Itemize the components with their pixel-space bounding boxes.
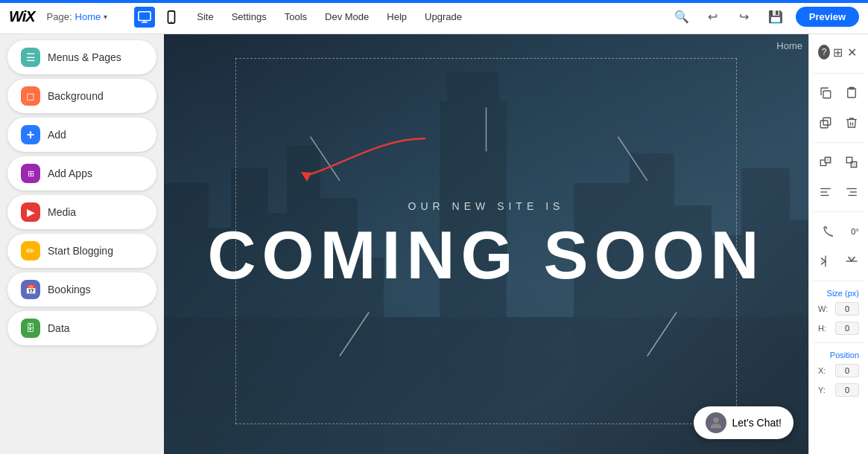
- sidebar-label-add: Add: [48, 129, 66, 141]
- rp-sep-2: [812, 142, 865, 143]
- x-label: X:: [818, 366, 826, 375]
- site-subtitle: OUR NEW SITE IS: [408, 200, 565, 212]
- media-icon: ▶: [21, 202, 40, 222]
- sidebar-label-media: Media: [48, 206, 76, 218]
- duplicate-icon[interactable]: [815, 112, 836, 133]
- svg-point-29: [713, 418, 718, 423]
- right-panel: ? ⊞ ✕: [808, 34, 868, 454]
- sidebar-item-menus-pages[interactable]: ☰ Menus & Pages: [7, 40, 156, 74]
- grid-icon[interactable]: ⊞: [830, 43, 844, 61]
- rp-align-row: [812, 179, 865, 205]
- height-label: H:: [818, 324, 826, 333]
- sidebar-item-data[interactable]: 🗄 Data: [7, 311, 156, 345]
- y-label: Y:: [818, 386, 826, 394]
- rp-sep-4: [812, 281, 865, 281]
- search-icon[interactable]: 🔍: [671, 6, 693, 28]
- close-icon[interactable]: ✕: [845, 43, 859, 61]
- copy-icon[interactable]: [815, 83, 836, 103]
- top-nav: WiX Page: Home ▾ Site Settings Tools Dev…: [0, 0, 868, 34]
- nav-links: Site Settings Tools Dev Mode Help Upgrad…: [197, 11, 462, 22]
- sidebar-label-start-blogging: Start Blogging: [48, 245, 113, 257]
- canvas: Home OUR NEW SITE IS COMING SOON Let's C…: [164, 34, 808, 454]
- rp-sep-5: [812, 342, 865, 343]
- sidebar: ☰ Menus & Pages ◻ Background + Add ⊞ Add…: [0, 34, 164, 454]
- coming-soon-text: COMING SOON: [207, 224, 764, 288]
- flip-v-icon[interactable]: [841, 251, 862, 272]
- width-row: W:: [812, 301, 865, 317]
- page-name[interactable]: Home: [75, 11, 101, 22]
- add-apps-icon: ⊞: [21, 164, 40, 183]
- mobile-icon[interactable]: [161, 7, 182, 28]
- svg-rect-1: [143, 21, 147, 22]
- nav-settings[interactable]: Settings: [232, 11, 267, 22]
- sidebar-label-data: Data: [48, 322, 70, 334]
- sidebar-item-bookings[interactable]: 📅 Bookings: [7, 272, 156, 307]
- bring-forward-icon[interactable]: [815, 152, 836, 173]
- chat-avatar: [706, 412, 726, 433]
- width-input[interactable]: [835, 302, 859, 316]
- background-icon: ◻: [21, 86, 40, 106]
- rp-layer-row: [812, 149, 865, 176]
- rp-rotate-row: 0°: [812, 218, 865, 245]
- y-row: Y:: [812, 382, 865, 398]
- rp-flip-row: [812, 248, 865, 275]
- data-icon: 🗄: [21, 319, 40, 338]
- svg-rect-0: [139, 11, 151, 20]
- sidebar-label-background: Background: [48, 90, 104, 102]
- save-icon[interactable]: 💾: [764, 6, 787, 28]
- x-row: X:: [812, 362, 865, 379]
- chat-button[interactable]: Let's Chat!: [694, 406, 794, 439]
- desktop-icon[interactable]: [134, 7, 155, 28]
- delete-icon[interactable]: [841, 112, 862, 133]
- rp-copy-row: [812, 80, 865, 106]
- nav-tools[interactable]: Tools: [285, 11, 307, 22]
- sidebar-item-background[interactable]: ◻ Background: [7, 79, 156, 113]
- svg-rect-31: [848, 89, 856, 97]
- sidebar-item-media[interactable]: ▶ Media: [7, 195, 156, 229]
- bookings-icon: 📅: [21, 280, 40, 299]
- chevron-down-icon[interactable]: ▾: [104, 13, 107, 21]
- undo-icon[interactable]: ↩: [702, 6, 724, 28]
- preview-button[interactable]: Preview: [796, 7, 859, 27]
- align-left-icon[interactable]: [815, 182, 836, 202]
- sidebar-item-add[interactable]: + Add: [7, 118, 156, 152]
- svg-rect-30: [823, 91, 831, 98]
- rp-header: ? ⊞ ✕: [812, 40, 865, 64]
- x-input[interactable]: [835, 364, 859, 377]
- device-icons: [134, 7, 182, 28]
- rp-delete-row: [812, 109, 865, 136]
- y-input[interactable]: [835, 383, 859, 397]
- svg-rect-2: [142, 22, 148, 22]
- nav-site[interactable]: Site: [197, 11, 213, 22]
- height-input[interactable]: [835, 322, 859, 335]
- size-label: Size (px): [812, 289, 865, 298]
- rotate-icon[interactable]: [818, 221, 839, 242]
- page-label: Page:: [47, 11, 72, 22]
- height-row: H:: [812, 320, 865, 336]
- send-backward-icon[interactable]: [841, 152, 862, 173]
- rp-sep-1: [812, 73, 865, 74]
- sidebar-item-start-blogging[interactable]: ✏ Start Blogging: [7, 234, 156, 268]
- help-icon[interactable]: ?: [818, 45, 830, 60]
- svg-rect-33: [820, 121, 828, 128]
- nav-devmode[interactable]: Dev Mode: [325, 11, 369, 22]
- sidebar-label-bookings: Bookings: [48, 284, 91, 295]
- blogging-icon: ✏: [21, 241, 40, 260]
- main-area: ☰ Menus & Pages ◻ Background + Add ⊞ Add…: [0, 34, 868, 454]
- nav-actions: 🔍 ↩ ↪ 💾 Preview: [671, 6, 859, 28]
- blue-bar: [0, 0, 868, 3]
- align-right-icon[interactable]: [841, 182, 862, 202]
- sidebar-item-add-apps[interactable]: ⊞ Add Apps: [7, 156, 156, 191]
- flip-h-icon[interactable]: [815, 251, 836, 272]
- nav-upgrade[interactable]: Upgrade: [425, 11, 462, 22]
- redo-icon[interactable]: ↪: [733, 6, 755, 28]
- rp-sep-3: [812, 211, 865, 212]
- wix-logo: WiX: [9, 8, 35, 25]
- canvas-content: OUR NEW SITE IS COMING SOON: [164, 34, 808, 454]
- svg-point-4: [171, 21, 172, 22]
- sidebar-label-menus-pages: Menus & Pages: [48, 51, 121, 63]
- menus-pages-icon: ☰: [21, 48, 40, 67]
- chat-label: Let's Chat!: [732, 417, 782, 429]
- paste-icon[interactable]: [841, 83, 862, 103]
- nav-help[interactable]: Help: [387, 11, 407, 22]
